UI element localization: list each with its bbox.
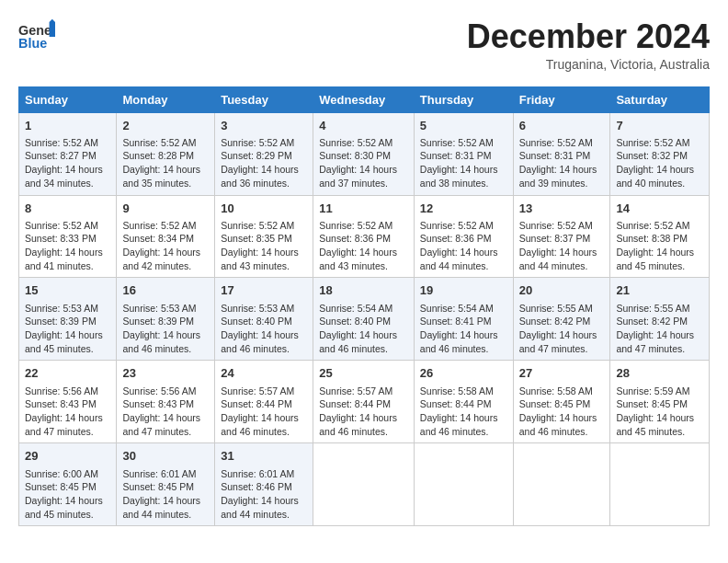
sunset-text: Sunset: 8:42 PM bbox=[616, 316, 688, 327]
daylight-text: Daylight: 14 hours and 36 minutes. bbox=[221, 164, 299, 189]
day-number: 21 bbox=[616, 282, 703, 299]
calendar-cell: 2Sunrise: 5:52 AMSunset: 8:28 PMDaylight… bbox=[117, 112, 215, 195]
sunset-text: Sunset: 8:33 PM bbox=[25, 233, 97, 244]
daylight-text: Daylight: 14 hours and 43 minutes. bbox=[221, 247, 299, 271]
day-number: 25 bbox=[319, 365, 408, 382]
sunrise-text: Sunrise: 5:52 AM bbox=[122, 220, 196, 231]
daylight-text: Daylight: 14 hours and 39 minutes. bbox=[519, 164, 597, 189]
day-number: 2 bbox=[122, 118, 209, 134]
sunset-text: Sunset: 8:43 PM bbox=[25, 398, 97, 409]
weekday-header-tuesday: Tuesday bbox=[215, 86, 313, 112]
daylight-text: Daylight: 14 hours and 45 minutes. bbox=[25, 495, 103, 520]
sunrise-text: Sunrise: 6:00 AM bbox=[25, 468, 98, 479]
calendar-cell: 29Sunrise: 6:00 AMSunset: 8:45 PMDayligh… bbox=[19, 443, 117, 526]
logo: General Blue bbox=[18, 18, 55, 52]
sunset-text: Sunset: 8:32 PM bbox=[616, 150, 688, 161]
sunset-text: Sunset: 8:44 PM bbox=[420, 398, 492, 409]
day-number: 12 bbox=[420, 201, 507, 217]
calendar-cell bbox=[313, 443, 415, 526]
weekday-header-saturday: Saturday bbox=[610, 86, 710, 112]
sunrise-text: Sunrise: 5:55 AM bbox=[616, 303, 689, 314]
sunset-text: Sunset: 8:45 PM bbox=[122, 481, 194, 492]
day-number: 26 bbox=[420, 365, 507, 382]
calendar-cell: 8Sunrise: 5:52 AMSunset: 8:33 PMDaylight… bbox=[19, 195, 117, 278]
daylight-text: Daylight: 14 hours and 40 minutes. bbox=[616, 164, 694, 189]
daylight-text: Daylight: 14 hours and 45 minutes. bbox=[616, 247, 694, 271]
sunset-text: Sunset: 8:41 PM bbox=[420, 316, 492, 327]
sunrise-text: Sunrise: 5:52 AM bbox=[25, 137, 98, 148]
day-number: 10 bbox=[221, 201, 307, 217]
sunset-text: Sunset: 8:45 PM bbox=[519, 398, 591, 409]
day-number: 17 bbox=[221, 282, 307, 299]
location: Truganina, Victoria, Australia bbox=[467, 57, 710, 72]
calendar-cell: 27Sunrise: 5:58 AMSunset: 8:45 PMDayligh… bbox=[513, 361, 610, 443]
calendar-cell: 13Sunrise: 5:52 AMSunset: 8:37 PMDayligh… bbox=[513, 195, 610, 278]
day-number: 22 bbox=[25, 365, 110, 382]
day-number: 31 bbox=[221, 448, 307, 465]
sunrise-text: Sunrise: 6:01 AM bbox=[122, 468, 196, 479]
calendar-cell: 19Sunrise: 5:54 AMSunset: 8:41 PMDayligh… bbox=[414, 278, 513, 361]
sunset-text: Sunset: 8:40 PM bbox=[319, 316, 391, 327]
page-header: General Blue December 2024 Truganina, Vi… bbox=[18, 18, 710, 72]
daylight-text: Daylight: 14 hours and 45 minutes. bbox=[25, 329, 103, 354]
sunset-text: Sunset: 8:40 PM bbox=[221, 316, 292, 327]
day-number: 4 bbox=[319, 118, 408, 134]
daylight-text: Daylight: 14 hours and 44 minutes. bbox=[519, 247, 597, 271]
day-number: 20 bbox=[519, 282, 605, 299]
calendar-week-row: 29Sunrise: 6:00 AMSunset: 8:45 PMDayligh… bbox=[19, 443, 710, 526]
weekday-header-monday: Monday bbox=[117, 86, 215, 112]
calendar-cell: 21Sunrise: 5:55 AMSunset: 8:42 PMDayligh… bbox=[610, 278, 710, 361]
calendar-cell: 24Sunrise: 5:57 AMSunset: 8:44 PMDayligh… bbox=[215, 361, 313, 443]
day-number: 29 bbox=[25, 448, 110, 465]
sunrise-text: Sunrise: 5:54 AM bbox=[420, 303, 494, 314]
calendar-cell: 10Sunrise: 5:52 AMSunset: 8:35 PMDayligh… bbox=[215, 195, 313, 278]
sunrise-text: Sunrise: 5:52 AM bbox=[420, 137, 494, 148]
weekday-header-friday: Friday bbox=[513, 86, 610, 112]
svg-marker-3 bbox=[50, 19, 55, 22]
sunset-text: Sunset: 8:43 PM bbox=[122, 398, 194, 409]
daylight-text: Daylight: 14 hours and 44 minutes. bbox=[420, 247, 498, 271]
calendar-week-row: 1Sunrise: 5:52 AMSunset: 8:27 PMDaylight… bbox=[19, 112, 710, 195]
sunrise-text: Sunrise: 5:52 AM bbox=[319, 220, 392, 231]
calendar-cell: 26Sunrise: 5:58 AMSunset: 8:44 PMDayligh… bbox=[414, 361, 513, 443]
month-title: December 2024 bbox=[467, 18, 710, 55]
sunrise-text: Sunrise: 5:52 AM bbox=[519, 220, 593, 231]
calendar-cell bbox=[414, 443, 513, 526]
svg-text:Blue: Blue bbox=[18, 36, 47, 51]
day-number: 6 bbox=[519, 118, 605, 134]
sunset-text: Sunset: 8:44 PM bbox=[221, 398, 292, 409]
calendar-cell: 18Sunrise: 5:54 AMSunset: 8:40 PMDayligh… bbox=[313, 278, 415, 361]
daylight-text: Daylight: 14 hours and 46 minutes. bbox=[420, 412, 498, 437]
calendar-cell: 1Sunrise: 5:52 AMSunset: 8:27 PMDaylight… bbox=[19, 112, 117, 195]
day-number: 15 bbox=[25, 282, 110, 299]
sunset-text: Sunset: 8:44 PM bbox=[319, 398, 391, 409]
daylight-text: Daylight: 14 hours and 43 minutes. bbox=[319, 247, 397, 271]
calendar-cell: 31Sunrise: 6:01 AMSunset: 8:46 PMDayligh… bbox=[215, 443, 313, 526]
daylight-text: Daylight: 14 hours and 47 minutes. bbox=[122, 412, 200, 437]
sunrise-text: Sunrise: 5:52 AM bbox=[25, 220, 98, 231]
day-number: 27 bbox=[519, 365, 605, 382]
calendar-cell: 7Sunrise: 5:52 AMSunset: 8:32 PMDaylight… bbox=[610, 112, 710, 195]
sunset-text: Sunset: 8:27 PM bbox=[25, 150, 97, 161]
sunrise-text: Sunrise: 5:57 AM bbox=[319, 385, 392, 396]
daylight-text: Daylight: 14 hours and 45 minutes. bbox=[616, 412, 694, 437]
calendar-cell: 17Sunrise: 5:53 AMSunset: 8:40 PMDayligh… bbox=[215, 278, 313, 361]
sunset-text: Sunset: 8:45 PM bbox=[25, 481, 97, 492]
day-number: 24 bbox=[221, 365, 307, 382]
sunset-text: Sunset: 8:39 PM bbox=[25, 316, 97, 327]
calendar-cell: 20Sunrise: 5:55 AMSunset: 8:42 PMDayligh… bbox=[513, 278, 610, 361]
calendar-cell: 3Sunrise: 5:52 AMSunset: 8:29 PMDaylight… bbox=[215, 112, 313, 195]
sunrise-text: Sunrise: 5:52 AM bbox=[122, 137, 196, 148]
calendar-cell: 5Sunrise: 5:52 AMSunset: 8:31 PMDaylight… bbox=[414, 112, 513, 195]
sunset-text: Sunset: 8:30 PM bbox=[319, 150, 391, 161]
sunrise-text: Sunrise: 5:58 AM bbox=[519, 385, 593, 396]
day-number: 1 bbox=[25, 118, 110, 134]
calendar-week-row: 8Sunrise: 5:52 AMSunset: 8:33 PMDaylight… bbox=[19, 195, 710, 278]
daylight-text: Daylight: 14 hours and 46 minutes. bbox=[519, 412, 597, 437]
sunset-text: Sunset: 8:42 PM bbox=[519, 316, 591, 327]
sunrise-text: Sunrise: 5:59 AM bbox=[616, 385, 689, 396]
svg-marker-2 bbox=[50, 22, 55, 37]
calendar-cell: 12Sunrise: 5:52 AMSunset: 8:36 PMDayligh… bbox=[414, 195, 513, 278]
sunrise-text: Sunrise: 5:52 AM bbox=[221, 137, 294, 148]
day-number: 23 bbox=[122, 365, 209, 382]
